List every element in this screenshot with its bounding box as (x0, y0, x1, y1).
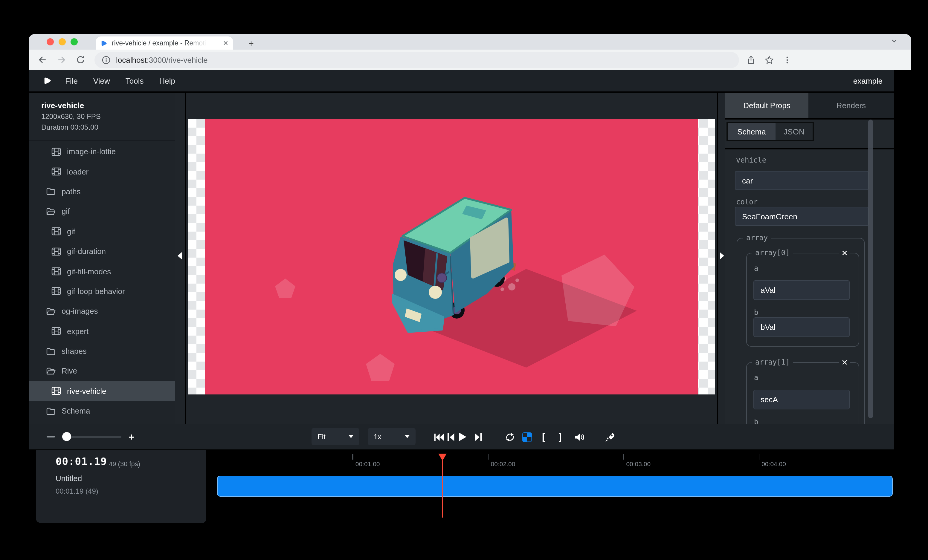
menu-help[interactable]: Help (159, 76, 176, 85)
sidebar-item-image-in-lottie[interactable]: image-in-lottie (29, 142, 175, 162)
zoom-window-button[interactable] (70, 38, 78, 45)
sidebar-folder-Schema[interactable]: Schema (29, 401, 175, 421)
tab-renders[interactable]: Renders (808, 93, 894, 118)
play-button[interactable] (457, 432, 468, 442)
remove-array-1-icon[interactable]: ✕ (839, 359, 850, 366)
bookmark-star-icon[interactable] (764, 55, 774, 65)
sidebar-item-label: loader (67, 167, 89, 176)
vehicle-input[interactable]: car (735, 171, 869, 190)
loop-toggle-button[interactable] (505, 432, 516, 442)
speed-select[interactable]: 1x (368, 428, 415, 445)
array-1-a-input[interactable]: secA (753, 390, 850, 409)
previous-frame-button[interactable] (445, 432, 456, 442)
preview-canvas[interactable] (188, 119, 715, 394)
array-1-fieldset: array[1] ✕ a secA b (746, 362, 859, 424)
tab-close-icon[interactable]: ✕ (223, 40, 228, 46)
zoom-in-icon[interactable]: + (128, 432, 134, 443)
browser-tab[interactable]: rive-vehicle / example - Remoti ✕ (96, 37, 233, 50)
array-0-b-input[interactable]: bVal (753, 317, 850, 337)
browser-menu-icon[interactable] (783, 55, 792, 65)
minimize-window-button[interactable] (59, 38, 66, 45)
sidebar-item-gif-fill-modes[interactable]: gif-fill-modes (29, 262, 175, 282)
browser-toolbar: localhost:3000/rive-vehicle (29, 50, 911, 70)
track-duration: 00:01.19 (49) (56, 487, 98, 495)
sidebar-folder-Rive[interactable]: Rive (29, 361, 175, 381)
share-icon[interactable] (746, 55, 756, 65)
sidebar-item-label: gif (67, 227, 75, 236)
folder-open-icon (46, 307, 56, 316)
panel-scrollbar[interactable] (868, 120, 873, 418)
sidebar-item-label: Schema (62, 407, 90, 415)
current-timecode: 00:01.19 (56, 455, 107, 467)
tab-title: rive-vehicle / example - Remoti (112, 40, 206, 47)
playhead-handle[interactable] (438, 453, 447, 461)
sidebar-item-gif-loop-behavior[interactable]: gif-loop-behavior (29, 281, 175, 301)
reload-icon[interactable] (75, 55, 86, 65)
folder-icon (46, 346, 56, 356)
render-rocket-button[interactable] (604, 432, 615, 442)
sidebar-item-expert[interactable]: expert (29, 321, 175, 341)
tab-default-props[interactable]: Default Props (725, 93, 808, 118)
film-icon (52, 326, 61, 336)
remove-array-0-icon[interactable]: ✕ (839, 249, 850, 257)
array-0-a-label: a (754, 264, 758, 272)
transparency-toggle-button[interactable] (521, 432, 532, 442)
jump-to-start-button[interactable] (433, 432, 444, 442)
out-point-button[interactable]: ] (555, 432, 566, 442)
preview-area (186, 93, 717, 424)
remotion-logo-icon[interactable] (43, 76, 52, 85)
tab-search-chevron-icon[interactable] (890, 37, 898, 45)
collapse-sidebar-icon[interactable] (178, 252, 182, 259)
film-icon (52, 247, 61, 256)
playback-toolbar: + Fit 1x (29, 424, 894, 449)
array-0-a-input[interactable]: aVal (753, 280, 850, 300)
array-0-legend: array[0] (752, 249, 793, 257)
color-label: color (736, 198, 758, 206)
next-frame-button[interactable] (473, 432, 484, 442)
timeline-info-panel: 00:01.19 49 (30 fps) Untitled 00:01.19 (… (36, 450, 208, 523)
sidebar-folder-paths[interactable]: paths (29, 182, 175, 202)
sidebar-folder-gif[interactable]: gif (29, 201, 175, 221)
sidebar-item-gif-duration[interactable]: gif-duration (29, 242, 175, 262)
composition-dimensions: 1200x630, 30 FPS (41, 113, 101, 121)
color-input[interactable]: SeaFoamGreen (735, 207, 869, 226)
chevron-down-icon (349, 435, 353, 438)
back-icon[interactable] (37, 55, 48, 65)
vehicle-label: vehicle (736, 156, 766, 164)
remotion-studio: File View Tools Help example rive-vehicl… (29, 70, 894, 542)
ruler-tick (488, 454, 489, 460)
site-info-icon[interactable] (102, 55, 111, 64)
track-name[interactable]: Untitled (56, 474, 82, 483)
sidebar-item-label: image-in-lottie (67, 147, 116, 156)
ruler-label: 00:02.00 (491, 460, 516, 467)
sidebar-gutter (175, 93, 185, 424)
sidebar-item-rive-vehicle[interactable]: rive-vehicle (29, 381, 175, 401)
menu-file[interactable]: File (65, 76, 78, 85)
app-menubar: File View Tools Help example (29, 70, 894, 92)
remotion-favicon-icon (101, 39, 108, 47)
toggle-json[interactable]: JSON (775, 123, 813, 140)
timeline-track-bar[interactable] (217, 476, 893, 497)
close-window-button[interactable] (47, 38, 54, 45)
address-bar[interactable]: localhost:3000/rive-vehicle (95, 52, 739, 68)
chevron-down-icon (405, 435, 410, 438)
film-icon (52, 387, 61, 396)
fit-select[interactable]: Fit (311, 428, 359, 445)
forward-icon[interactable] (56, 55, 67, 65)
timeline-track-area[interactable]: 00:01.0000:02.0000:03.0000:04.00 (209, 450, 894, 523)
in-point-button[interactable]: [ (538, 432, 549, 442)
array-0-fieldset: array[0] ✕ a aVal b bVal (746, 253, 859, 347)
sidebar-folder-og-images[interactable]: og-images (29, 301, 175, 321)
volume-button[interactable] (574, 432, 585, 442)
zoom-out-icon[interactable] (47, 436, 55, 437)
new-tab-button[interactable]: + (244, 37, 258, 50)
sidebar-item-loader[interactable]: loader (29, 162, 175, 182)
toggle-schema[interactable]: Schema (728, 123, 775, 140)
menu-tools[interactable]: Tools (125, 76, 144, 85)
collapse-panel-icon[interactable] (720, 252, 724, 259)
sidebar-item-gif[interactable]: gif (29, 221, 175, 242)
menu-view[interactable]: View (93, 76, 110, 85)
sidebar-folder-shapes[interactable]: shapes (29, 341, 175, 361)
zoom-slider-thumb[interactable] (62, 432, 71, 441)
playhead-line[interactable] (442, 453, 443, 517)
